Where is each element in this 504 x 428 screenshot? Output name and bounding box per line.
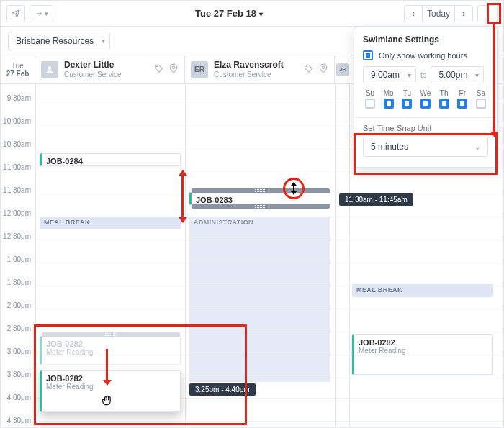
today-button[interactable]: Today: [422, 5, 455, 22]
lane-role: Customer Service: [64, 70, 121, 78]
tooltip-drag-time: 3:25pm - 4:40pm: [189, 383, 256, 396]
svg-point-2: [307, 66, 307, 67]
snap-section-label: Set Time-Snap Unit: [363, 124, 488, 132]
time-label: 12:00pm: [1, 209, 35, 217]
grab-cursor-icon: [100, 393, 114, 408]
working-hours-range: 9:00am to 5:00pm: [363, 66, 488, 83]
day-toggle[interactable]: Th: [437, 89, 451, 110]
checkbox-icon: [384, 99, 394, 109]
date-nav: ‹ Today ›: [405, 5, 473, 22]
day-toggle[interactable]: Mo: [382, 89, 396, 110]
next-day-button[interactable]: ›: [454, 5, 473, 22]
avatar: JR: [336, 63, 349, 76]
location-icon: [318, 63, 328, 76]
meal-break-block: MEAL BREAK: [40, 217, 181, 229]
resize-handle-top[interactable]: [192, 188, 330, 193]
day-toggle[interactable]: Tu: [400, 89, 414, 110]
days-of-week: SuMoTuWeThFrSa: [363, 89, 488, 110]
day-toggle[interactable]: Sa: [474, 89, 488, 110]
checkbox-icon: [457, 99, 467, 109]
tag-icon: [304, 63, 314, 76]
date-picker[interactable]: Tue 27 Feb 18▾: [58, 8, 400, 19]
lane-name: Dexter Little: [64, 60, 121, 70]
svg-point-0: [157, 66, 158, 67]
checkbox-icon: [476, 99, 486, 109]
time-label: 2:30pm: [1, 324, 35, 332]
send-button[interactable]: [6, 5, 25, 22]
resize-handle-bottom[interactable]: [192, 204, 330, 209]
snap-unit-select[interactable]: 5 minutes ⌄: [363, 137, 488, 157]
day-toggle[interactable]: We: [418, 89, 433, 110]
day-toggle[interactable]: Su: [363, 89, 377, 110]
prev-day-button[interactable]: ‹: [404, 5, 423, 22]
lane-role: Customer Service: [214, 70, 284, 78]
location-icon: [168, 63, 179, 76]
lane-head-2[interactable]: JR: [335, 55, 351, 83]
from-time-select[interactable]: 9:00am: [363, 66, 416, 83]
share-button[interactable]: ▾: [30, 5, 53, 22]
time-label: 11:30am: [1, 186, 35, 194]
event-job-0284[interactable]: JOB-0284: [40, 153, 181, 166]
checkbox-icon: [365, 99, 375, 109]
time-label: 4:30pm: [1, 416, 35, 424]
checkbox-icon: [363, 50, 373, 60]
time-label: 1:30pm: [1, 278, 35, 286]
date-column-header: Tue 27 Feb: [1, 55, 35, 83]
time-label: 10:00am: [1, 117, 35, 125]
time-label: 1:00pm: [1, 255, 35, 263]
time-label: 11:00am: [1, 163, 35, 171]
swimlane-settings-panel: Swimlane Settings Only show working hour…: [354, 27, 498, 168]
svg-point-3: [322, 66, 325, 69]
lane-name: Elza Ravenscroft: [214, 60, 284, 70]
topbar: ▾ Tue 27 Feb 18▾ ‹ Today ›: [1, 1, 503, 27]
tooltip-resize-time: 11:30am - 11:45am: [339, 193, 413, 206]
working-hours-toggle[interactable]: Only show working hours: [363, 50, 488, 60]
time-label: 9:30am: [1, 94, 35, 102]
avatar: [41, 61, 58, 78]
lane-head-0[interactable]: Dexter Little Customer Service: [35, 55, 185, 83]
time-label: 3:00pm: [1, 347, 35, 355]
checkbox-icon: [439, 99, 449, 109]
meal-break-block: MEAL BREAK: [352, 284, 493, 297]
event-job-0282[interactable]: JOB-0282 Meter Reading: [352, 334, 493, 375]
panel-title: Swimlane Settings: [363, 35, 488, 45]
resize-cursor-icon: [289, 181, 299, 196]
event-job-0283[interactable]: JOB-0283: [189, 192, 330, 205]
lane-head-1[interactable]: ER Elza Ravenscroft Customer Service: [185, 55, 335, 83]
checkbox-icon: [402, 99, 412, 109]
settings-kebab[interactable]: [477, 5, 498, 22]
svg-point-1: [172, 66, 175, 69]
event-job-0282-ghost: JOB-0282 Meter Reading: [40, 336, 181, 365]
time-label: 12:30pm: [1, 232, 35, 240]
checkbox-icon: [420, 99, 431, 109]
time-label: 2:00pm: [1, 301, 35, 309]
day-toggle[interactable]: Fr: [455, 89, 469, 110]
time-label: 10:30am: [1, 140, 35, 148]
resource-filter[interactable]: Brisbane Resources: [8, 32, 110, 50]
administration-block: ADMINISTRATION: [189, 217, 330, 382]
time-label: 3:30pm: [1, 370, 35, 378]
tag-icon: [154, 63, 164, 76]
to-time-select[interactable]: 5:00pm: [431, 66, 484, 83]
avatar: ER: [191, 61, 208, 78]
time-label: 4:00pm: [1, 393, 35, 401]
